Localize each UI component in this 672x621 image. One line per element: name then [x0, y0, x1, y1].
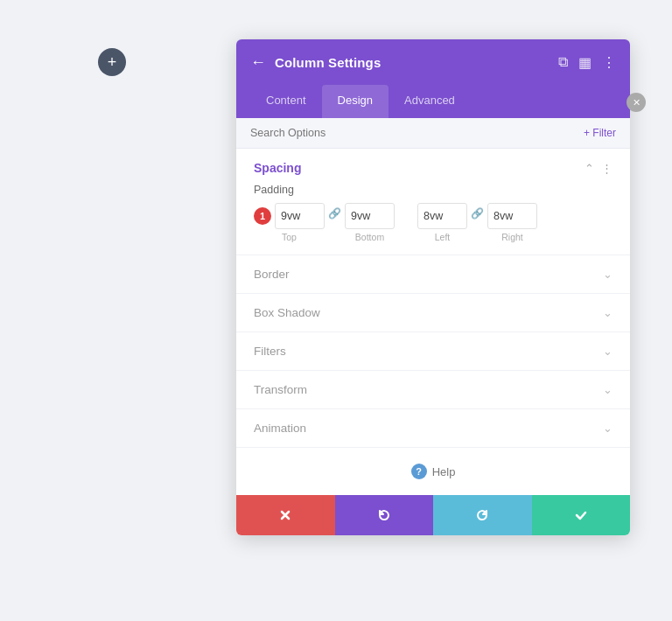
columns-icon[interactable]: ▦ — [578, 54, 592, 71]
left-input-wrapper — [417, 203, 467, 229]
panel-header-icons: ⧉ ▦ ⋮ — [558, 54, 616, 71]
transform-section[interactable]: Transform ⌄ — [236, 371, 630, 409]
padding-label: Padding — [254, 184, 612, 196]
spacing-title: Spacing — [254, 161, 301, 175]
padding-row: 1 Top 🔗 Bottom — [254, 203, 612, 242]
tab-design[interactable]: Design — [322, 85, 388, 118]
search-input[interactable] — [250, 127, 425, 139]
padding-bottom-input[interactable] — [346, 204, 394, 228]
action-bar — [236, 495, 630, 535]
transform-chevron-icon: ⌄ — [603, 383, 612, 396]
top-label: Top — [282, 232, 297, 242]
spacing-section-header: Spacing ⌃ ⋮ — [254, 161, 612, 175]
back-arrow-icon[interactable]: ← — [250, 53, 266, 72]
reset-button[interactable] — [335, 495, 434, 535]
padding-left-field: Left — [417, 203, 467, 242]
save-button[interactable] — [532, 495, 631, 535]
padding-top-field: 1 Top — [254, 203, 325, 242]
expand-icon[interactable]: ⧉ — [558, 54, 568, 70]
panel-title: Column Settings — [275, 55, 381, 70]
left-right-link-icon[interactable]: 🔗 — [467, 207, 487, 220]
redo-button[interactable] — [433, 495, 532, 535]
collapse-icon[interactable]: ⌃ — [584, 162, 594, 175]
cancel-button[interactable] — [236, 495, 335, 535]
padding-left-input[interactable] — [418, 204, 466, 228]
panel-close-button[interactable]: ✕ — [626, 93, 646, 112]
border-chevron-icon: ⌄ — [603, 268, 612, 281]
box-shadow-section[interactable]: Box Shadow ⌄ — [236, 294, 630, 332]
transform-title: Transform — [254, 383, 307, 396]
filter-button[interactable]: + Filter — [584, 127, 616, 139]
help-row: ? Help — [236, 448, 630, 495]
padding-top-input[interactable] — [276, 204, 324, 228]
right-input-wrapper — [487, 203, 537, 229]
search-bar: + Filter — [236, 118, 630, 149]
tabs-bar: Content Design Advanced — [236, 85, 630, 118]
column-settings-panel: ← Column Settings ⧉ ▦ ⋮ Content Design A… — [236, 39, 630, 535]
padding-bottom-field: Bottom — [345, 203, 395, 242]
more-options-icon[interactable]: ⋮ — [602, 54, 616, 71]
left-label: Left — [435, 232, 451, 242]
box-shadow-title: Box Shadow — [254, 306, 320, 319]
padding-right-field: Right — [487, 203, 537, 242]
border-section[interactable]: Border ⌄ — [236, 255, 630, 294]
help-icon: ? — [411, 464, 427, 479]
padding-right-input[interactable] — [488, 204, 536, 228]
animation-chevron-icon: ⌄ — [603, 422, 612, 435]
panel-header: ← Column Settings ⧉ ▦ ⋮ — [236, 39, 630, 85]
plus-button[interactable]: + — [98, 48, 126, 76]
spacing-section: Spacing ⌃ ⋮ Padding 1 Top — [236, 149, 630, 255]
animation-section[interactable]: Animation ⌄ — [236, 409, 630, 448]
filters-chevron-icon: ⌄ — [603, 345, 612, 358]
section-icons: ⌃ ⋮ — [584, 162, 612, 175]
bottom-label: Bottom — [355, 232, 384, 242]
top-input-wrapper — [275, 203, 325, 229]
filters-title: Filters — [254, 345, 286, 358]
tab-advanced[interactable]: Advanced — [388, 85, 471, 118]
animation-title: Animation — [254, 422, 306, 435]
top-bottom-link-icon[interactable]: 🔗 — [325, 207, 345, 220]
tab-content[interactable]: Content — [250, 85, 322, 118]
help-label[interactable]: Help — [432, 465, 456, 478]
box-shadow-chevron-icon: ⌄ — [603, 306, 612, 319]
filters-section[interactable]: Filters ⌄ — [236, 332, 630, 371]
badge-1: 1 — [254, 207, 271, 225]
panel-header-left: ← Column Settings — [250, 53, 381, 72]
border-title: Border — [254, 268, 290, 281]
right-label: Right — [501, 232, 523, 242]
bottom-input-wrapper — [345, 203, 395, 229]
section-more-icon[interactable]: ⋮ — [601, 162, 612, 175]
